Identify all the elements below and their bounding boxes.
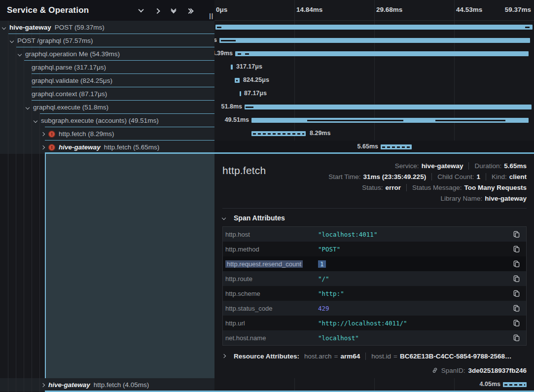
span-label: graphql.validate (824.25μs) [32,77,112,84]
attribute-value[interactable]: "localhost:4011" [318,231,512,238]
timeline-ruler: 0μs 14.84ms 29.68ms 44.53ms 59.37ms [214,0,534,21]
expand-one-icon[interactable] [153,6,161,14]
copy-icon[interactable] [512,245,520,253]
tree-row[interactable]: ! http.fetch (8.29ms) [0,127,214,141]
kind-label: Kind: [492,173,507,180]
chevron-down-icon[interactable] [10,38,14,42]
attribute-key[interactable]: http.scheme [225,290,318,297]
copy-icon[interactable] [512,319,520,327]
resource-attributes-row[interactable]: Resource Attributes: host.arch = arm64 h… [222,351,527,361]
start-time-value: 31ms (23:35:49.225) [363,173,427,180]
span-label: http.fetch (4.05ms) [94,381,149,389]
attribute-value[interactable]: "/" [318,275,512,283]
tree-row[interactable]: graphql.validate (824.25μs) [0,74,214,87]
status-label: Status: [362,184,383,191]
collapse-all-icon[interactable] [170,6,178,14]
span-attributes-title: Span Attributes [234,214,285,222]
tree-row[interactable]: POST /graphql (57.57ms) [0,34,214,47]
span-attributes-table: http.host "localhost:4011" http.method "… [222,226,527,346]
copy-icon[interactable] [512,275,520,283]
duration-value: 5.65ms [504,162,527,170]
copy-icon[interactable] [512,334,520,342]
resource-key: host.arch [304,353,332,360]
attribute-row: http.status_code 429 [223,301,526,316]
tree-row-selected[interactable]: ! hive-gateway http.fetch (5.65ms) [0,141,214,154]
ruler-tick: 0μs [216,6,227,13]
chevron-down-icon[interactable] [18,52,22,56]
pane-resize-handle[interactable]: || [209,12,214,19]
resource-attributes-title: Resource Attributes: [234,353,299,360]
link-icon[interactable] [431,367,438,374]
span-bar[interactable] [503,382,527,387]
span-attributes-header[interactable]: Span Attributes [222,214,527,222]
copy-icon[interactable] [512,230,520,238]
collapse-one-icon[interactable] [137,6,145,14]
attribute-key[interactable]: http.status_code [225,305,318,312]
service-operation-pane: Service & Operation || hive-gateway POST… [0,0,214,392]
chevron-down-icon[interactable] [26,105,30,109]
tree-row[interactable]: graphql.operation Me (54.39ms) [0,47,214,61]
duration-label: Duration: [474,162,501,170]
bar-duration-label: 87.17μs [244,90,267,97]
trace-viewer: 0μs 14.84ms 29.68ms 44.53ms 59.37ms 57.5… [0,0,534,392]
attribute-key[interactable]: http.request.resend_count [225,260,318,268]
span-detail-panel: http.fetch Service: hive-gateway Duratio… [214,154,534,378]
timeline-row-selected: 5.65ms [214,141,534,154]
span-bar[interactable] [251,118,529,123]
attribute-value[interactable]: "http:" [318,290,512,297]
attribute-value[interactable]: "localhost" [318,334,512,342]
span-bar[interactable] [251,131,306,136]
span-bar[interactable] [231,65,233,70]
chevron-right-icon[interactable] [222,354,226,358]
chevron-right-icon[interactable] [41,132,45,136]
chevron-down-icon[interactable] [222,216,226,220]
highlighted-key: http.request.resend_count [225,260,303,268]
span-bar[interactable] [235,78,240,83]
attribute-value[interactable]: "POST" [318,246,512,253]
attribute-row: http.method "POST" [223,242,526,256]
copy-icon[interactable] [512,304,520,312]
bar-duration-label: 824.25μs [243,76,269,83]
attribute-value[interactable]: "http://localhost:4011/" [318,320,512,327]
attribute-value[interactable]: 1 [318,260,512,268]
span-bar[interactable] [215,25,533,30]
bar-duration-label: 317.17μs [236,63,262,70]
copy-icon[interactable] [512,260,520,268]
span-bar[interactable] [240,91,241,96]
attribute-row: net.host.name "localhost" [223,330,526,345]
timeline-pane: 0μs 14.84ms 29.68ms 44.53ms 59.37ms 57.5… [214,0,534,392]
chevron-down-icon[interactable] [34,118,37,122]
service-value: hive-gateway [422,162,463,170]
bar-duration-label: 5.65ms [357,143,378,150]
attribute-key[interactable]: http.host [225,231,318,238]
tree-row[interactable]: hive-gateway POST (59.37ms) [0,21,214,34]
timeline-row: 54.39ms [214,47,534,61]
span-label: http.fetch (5.65ms) [104,143,160,151]
ruler-tick: 59.37ms [505,6,531,13]
attribute-value[interactable]: 429 [318,305,512,312]
span-bar[interactable] [245,105,532,109]
tree-row[interactable]: graphql.execute (51.8ms) [0,101,214,114]
attribute-row-selected: http.request.resend_count 1 [223,256,526,271]
chevron-down-icon[interactable] [2,25,6,29]
span-bar[interactable] [219,38,530,43]
tree-row[interactable]: graphql.context (87.17μs) [0,87,214,101]
chevron-right-icon[interactable] [41,383,45,387]
attribute-key[interactable]: http.route [225,275,318,283]
tree-row[interactable]: graphql.parse (317.17μs) [0,61,214,74]
attribute-key[interactable]: http.method [225,246,318,253]
pane-header: Service & Operation || [0,0,214,21]
service-label: Service: [395,162,419,170]
expand-all-icon[interactable] [186,6,194,14]
attribute-key[interactable]: http.url [225,320,318,327]
status-message-value: Too Many Requests [464,184,527,191]
span-bar[interactable] [235,51,529,56]
tree-row[interactable]: subgraph.execute (accounts) (49.51ms) [0,114,214,127]
library-name-label: Library Name: [440,195,482,202]
span-id-value[interactable]: 3de02518937fb246 [468,367,527,374]
tree-row[interactable]: hive-gateway http.fetch (4.05ms) [0,378,214,392]
span-bar[interactable] [381,144,412,149]
copy-icon[interactable] [512,289,520,297]
chevron-right-icon[interactable] [41,145,45,149]
attribute-key[interactable]: net.host.name [225,334,318,342]
